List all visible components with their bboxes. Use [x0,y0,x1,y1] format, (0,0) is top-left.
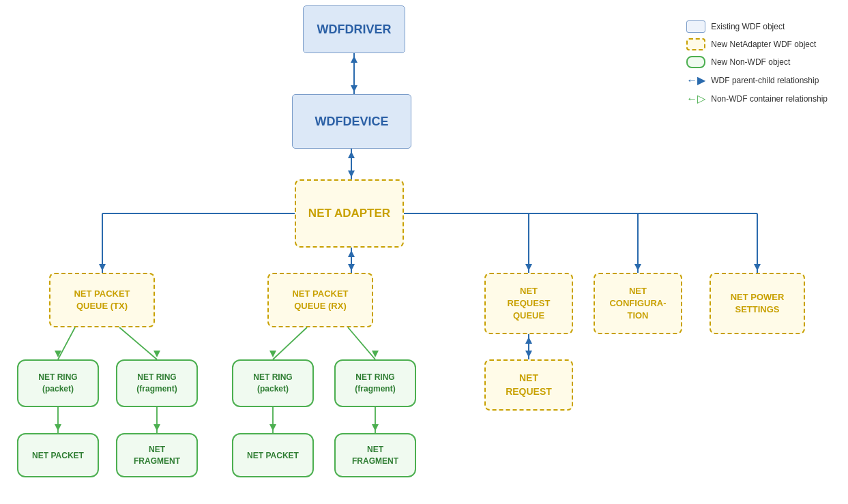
net-power-node: NET POWERSETTINGS [710,273,805,334]
net-packet-rx-node: NET PACKET [232,433,314,477]
legend-arrow-green-icon: ←▷ [686,92,705,105]
legend-arrow-blue-icon: ←▶ [686,74,705,87]
svg-line-28 [348,327,375,359]
svg-line-26 [273,327,307,359]
net-packet-tx-node: NET PACKET [17,433,99,477]
svg-marker-27 [269,351,276,357]
net-ring-pkt-rx-node: NET RING(packet) [232,359,314,407]
legend-item-dashed: New NetAdapter WDF object [686,38,828,50]
net-pq-rx-node: NET PACKETQUEUE (RX) [267,273,373,327]
svg-marker-34 [55,424,61,431]
net-rq-node: NETREQUESTQUEUE [484,273,573,334]
svg-line-24 [119,327,157,359]
svg-marker-6 [348,151,355,158]
svg-marker-25 [153,351,160,357]
svg-marker-15 [525,264,532,271]
legend-dashed-label: New NetAdapter WDF object [711,40,816,49]
net-adapter-node: NET ADAPTER [295,179,404,248]
legend-solid-label: Existing WDF object [711,22,785,31]
svg-marker-9 [99,264,106,271]
svg-marker-31 [525,351,532,357]
svg-marker-29 [372,351,379,357]
legend-item-arrow-green: ←▷ Non-WDF container relationship [686,92,828,105]
svg-marker-21 [754,264,761,271]
net-request-node: NETREQUEST [484,359,573,411]
svg-marker-1 [351,85,357,92]
svg-marker-12 [348,250,355,257]
svg-marker-3 [351,56,357,63]
legend-green-label: New Non-WDF object [711,57,790,67]
legend: Existing WDF object New NetAdapter WDF o… [686,20,828,105]
svg-line-22 [58,327,75,359]
legend-solid-box [686,20,705,33]
svg-marker-11 [348,264,355,271]
svg-marker-32 [525,337,532,344]
svg-marker-38 [269,424,276,431]
net-adapter-label: NET ADAPTER [308,206,390,221]
legend-arrow-blue-label: WDF parent-child relationship [711,76,819,85]
legend-green-box [686,56,705,68]
wdfdevice-node: WDFDEVICE [292,94,411,149]
svg-marker-18 [634,264,641,271]
net-ring-frag-tx-node: NET RING(fragment) [116,359,198,407]
net-config-node: NETCONFIGURA-TION [594,273,682,334]
legend-item-solid: Existing WDF object [686,20,828,33]
svg-marker-5 [348,171,355,177]
svg-marker-36 [153,424,160,431]
legend-item-arrow-blue: ←▶ WDF parent-child relationship [686,74,828,87]
net-ring-frag-rx-node: NET RING(fragment) [334,359,416,407]
net-fragment-tx-node: NETFRAGMENT [116,433,198,477]
diagram-container: WDFDRIVER WDFDEVICE NET ADAPTER NET PACK… [0,0,848,504]
svg-marker-40 [372,424,379,431]
legend-item-green: New Non-WDF object [686,56,828,68]
legend-dashed-box [686,38,705,50]
net-fragment-rx-node: NETFRAGMENT [334,433,416,477]
net-ring-pkt-tx-node: NET RING(packet) [17,359,99,407]
wdfdriver-node: WDFDRIVER [303,5,405,53]
legend-arrow-green-label: Non-WDF container relationship [711,94,828,104]
net-pq-tx-node: NET PACKETQUEUE (TX) [49,273,155,327]
svg-marker-23 [55,351,61,357]
